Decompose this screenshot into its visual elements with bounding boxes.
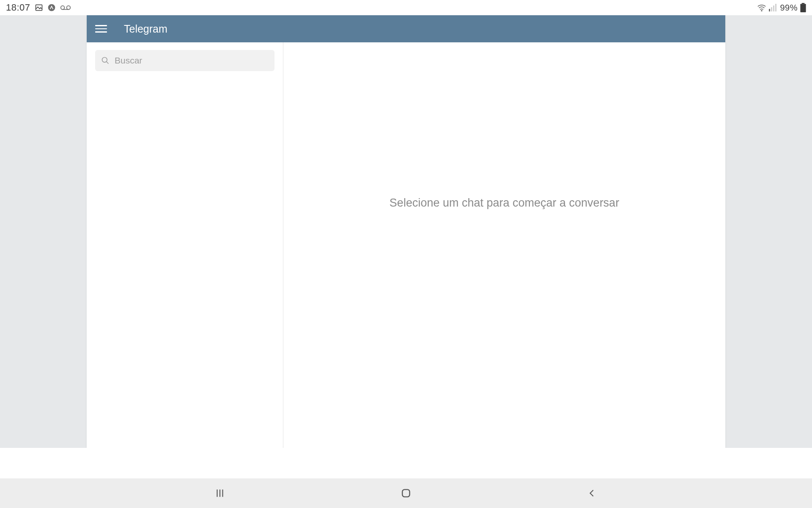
search-box[interactable]: [95, 50, 274, 71]
voicemail-icon: [60, 3, 71, 12]
android-nav-bar: [0, 478, 812, 508]
svg-point-3: [66, 6, 70, 10]
svg-rect-10: [802, 3, 805, 4]
svg-rect-6: [769, 9, 770, 11]
image-icon: [35, 3, 43, 12]
lower-white-strip: [0, 448, 812, 478]
app-title: Telegram: [124, 23, 167, 35]
chat-main-pane: Selecione um chat para começar a convers…: [283, 42, 725, 448]
svg-point-5: [762, 10, 763, 11]
home-button[interactable]: [393, 485, 419, 502]
svg-line-13: [107, 62, 109, 64]
svg-rect-9: [775, 4, 776, 11]
app-background: Telegram Selecione um chat para começar …: [0, 15, 812, 448]
app-body: Selecione um chat para começar a convers…: [87, 42, 725, 448]
signal-icon: [769, 4, 777, 11]
battery-icon: [800, 3, 806, 12]
search-icon: [101, 56, 110, 65]
app-frame: Telegram Selecione um chat para começar …: [87, 15, 725, 448]
svg-rect-7: [771, 7, 772, 11]
svg-rect-11: [800, 4, 806, 12]
wifi-icon: [757, 4, 766, 11]
status-time: 18:07: [6, 2, 30, 13]
app-header: Telegram: [87, 15, 725, 42]
svg-rect-17: [402, 489, 409, 497]
app-circle-icon: [47, 3, 56, 12]
chat-list-sidebar: [87, 42, 283, 448]
status-left-group: 18:07: [6, 2, 71, 13]
empty-state-text: Selecione um chat para começar a convers…: [390, 196, 619, 210]
svg-point-12: [102, 58, 107, 63]
svg-rect-8: [773, 6, 774, 11]
back-button[interactable]: [579, 485, 605, 502]
svg-point-2: [60, 6, 64, 10]
recent-apps-button[interactable]: [207, 485, 233, 502]
svg-point-1: [48, 4, 55, 11]
menu-button[interactable]: [95, 23, 107, 35]
search-input[interactable]: [115, 55, 269, 66]
battery-percent: 99%: [780, 3, 798, 13]
status-right-group: 99%: [757, 3, 806, 13]
android-status-bar: 18:07: [0, 0, 812, 15]
